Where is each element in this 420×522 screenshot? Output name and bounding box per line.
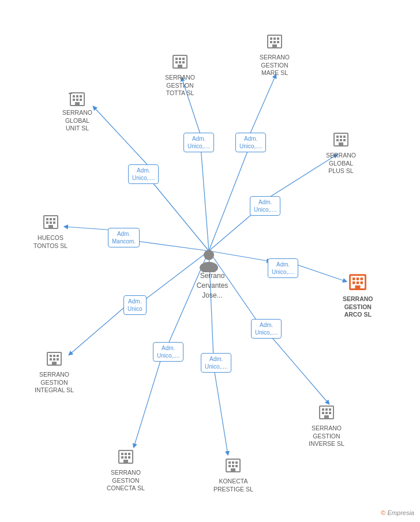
- network-diagram: SerranoCervantesJose... SERRANOGLOBALUNI…: [0, 0, 420, 522]
- svg-rect-41: [270, 37, 272, 40]
- svg-rect-85: [325, 412, 328, 414]
- node-serrano-global-unit[interactable]: SERRANOGLOBALUNIT SL: [62, 89, 92, 133]
- svg-rect-24: [73, 95, 75, 97]
- svg-rect-55: [339, 142, 343, 146]
- company-label: SERRANOGESTIONMARE SL: [260, 54, 290, 77]
- company-label: SERRANOGESTIONTOTTA SL: [165, 74, 195, 97]
- role-box-5[interactable]: Adm.Mancom.: [108, 228, 140, 247]
- svg-rect-67: [361, 277, 363, 280]
- svg-line-19: [213, 365, 228, 455]
- svg-rect-91: [128, 453, 130, 455]
- svg-rect-103: [231, 468, 235, 472]
- svg-rect-34: [179, 58, 181, 60]
- svg-line-4: [209, 147, 249, 251]
- node-serrano-gestion-mare[interactable]: SERRANOGESTIONMARE SL: [260, 32, 290, 77]
- svg-rect-60: [46, 221, 48, 224]
- svg-rect-47: [272, 44, 277, 48]
- role-box-3[interactable]: Adm.Unico,....: [235, 133, 266, 152]
- svg-rect-92: [121, 456, 123, 459]
- svg-rect-53: [340, 139, 342, 141]
- svg-rect-39: [178, 65, 182, 68]
- svg-rect-93: [125, 456, 127, 459]
- svg-rect-42: [273, 37, 276, 40]
- svg-rect-27: [73, 99, 75, 101]
- svg-rect-43: [277, 37, 279, 40]
- svg-rect-79: [52, 362, 57, 365]
- svg-rect-26: [80, 95, 82, 97]
- svg-rect-66: [357, 277, 359, 280]
- svg-rect-73: [50, 355, 52, 357]
- svg-rect-97: [228, 461, 231, 464]
- svg-rect-29: [80, 99, 82, 101]
- svg-rect-70: [361, 281, 363, 284]
- svg-rect-87: [324, 415, 329, 419]
- node-serrano-gestion-integral[interactable]: SERRANOGESTIONINTEGRAL SL: [35, 349, 74, 395]
- svg-rect-63: [48, 225, 53, 228]
- svg-rect-37: [179, 61, 181, 63]
- role-box-2[interactable]: Adm.Unico,....: [183, 133, 214, 152]
- svg-line-17: [134, 354, 163, 447]
- svg-line-15: [265, 330, 329, 404]
- node-serrano-gestion-conecta[interactable]: SERRANOGESTIONCONECTA SL: [107, 447, 145, 493]
- svg-rect-83: [329, 408, 331, 411]
- svg-rect-82: [325, 408, 328, 411]
- node-serrano-gestion-arco[interactable]: SERRANOGESTIONARCO SL: [343, 271, 373, 319]
- svg-rect-50: [340, 136, 342, 138]
- svg-rect-78: [57, 358, 59, 360]
- svg-rect-45: [273, 41, 276, 43]
- svg-rect-86: [329, 412, 331, 414]
- node-serrano-global-plus[interactable]: SERRANOGLOBALPLUS SL: [326, 130, 356, 175]
- svg-rect-102: [235, 465, 238, 467]
- role-box-9[interactable]: Adm.Unico,....: [153, 342, 183, 362]
- svg-rect-77: [53, 358, 55, 360]
- svg-rect-46: [277, 41, 279, 43]
- company-label: SERRANOGLOBALPLUS SL: [326, 152, 356, 175]
- svg-rect-101: [232, 465, 234, 467]
- brand-name: Empresia: [388, 509, 414, 516]
- role-box-10[interactable]: Adm.Unico,....: [201, 353, 231, 373]
- company-label: HUECOSTONTOS SL: [33, 234, 68, 250]
- svg-rect-54: [343, 139, 346, 141]
- svg-rect-98: [232, 461, 234, 464]
- company-label: SERRANOGLOBALUNIT SL: [62, 109, 92, 133]
- node-huecos-tontos[interactable]: HUECOSTONTOS SL: [33, 212, 68, 250]
- svg-rect-59: [53, 218, 55, 220]
- svg-rect-35: [182, 58, 185, 60]
- svg-rect-69: [357, 281, 359, 284]
- watermark: © Empresia: [381, 509, 414, 516]
- role-box-1[interactable]: Adm.Unico,....: [128, 164, 159, 184]
- role-box-6[interactable]: Adm.Unico,....: [268, 258, 298, 278]
- svg-rect-84: [322, 412, 324, 414]
- svg-rect-90: [125, 453, 127, 455]
- svg-rect-52: [336, 139, 339, 141]
- svg-point-21: [204, 250, 214, 260]
- node-serrano-gestion-inverse[interactable]: SERRANOGESTIONINVERSE SL: [309, 403, 344, 448]
- node-konecta-prestige[interactable]: KONECTAPRESTIGE SL: [213, 456, 253, 493]
- svg-line-5: [249, 75, 276, 136]
- svg-rect-76: [50, 358, 52, 360]
- building-icon: [62, 89, 92, 108]
- node-serrano-gestion-totta[interactable]: SERRANOGESTIONTOTTA SL: [165, 52, 195, 97]
- svg-rect-62: [53, 221, 55, 224]
- svg-rect-28: [76, 99, 78, 101]
- svg-line-1: [93, 107, 147, 164]
- svg-rect-36: [175, 61, 178, 63]
- svg-line-11: [290, 262, 346, 281]
- copyright-symbol: ©: [381, 509, 385, 516]
- svg-rect-100: [228, 465, 231, 467]
- company-label: SERRANOGESTIONARCO SL: [343, 295, 373, 319]
- svg-line-2: [201, 147, 209, 251]
- company-label: KONECTAPRESTIGE SL: [213, 478, 253, 493]
- svg-rect-25: [76, 95, 78, 97]
- svg-rect-89: [121, 453, 123, 455]
- role-box-8[interactable]: Adm.Unico,....: [251, 319, 282, 339]
- svg-line-0: [147, 176, 209, 251]
- company-label: SERRANOGESTIONINTEGRAL SL: [35, 371, 74, 395]
- svg-rect-99: [235, 461, 238, 464]
- role-box-7[interactable]: Adm.Unico: [123, 295, 147, 315]
- svg-rect-49: [336, 136, 339, 138]
- svg-rect-75: [57, 355, 59, 357]
- svg-rect-51: [343, 136, 346, 138]
- svg-rect-68: [352, 281, 355, 284]
- role-box-4[interactable]: Adm.Unico,....: [250, 196, 280, 216]
